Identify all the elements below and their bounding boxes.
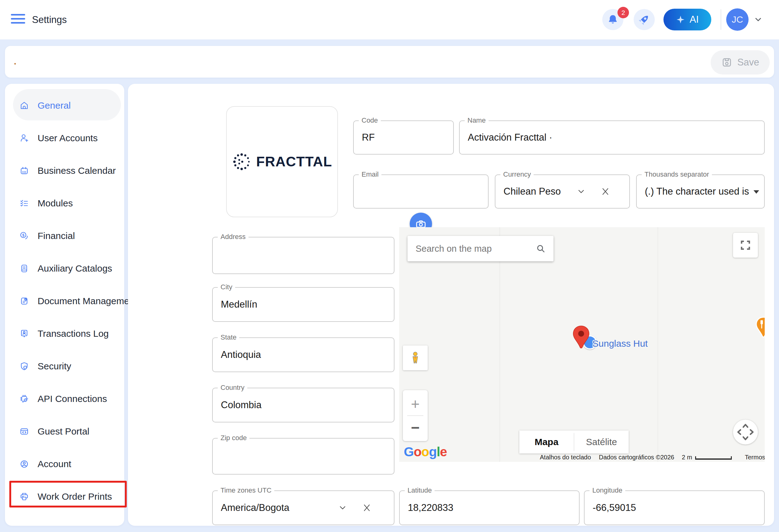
longitude-value: -66,59015 — [593, 502, 636, 513]
ai-button[interactable]: AI — [663, 9, 711, 30]
catalog-icon — [19, 264, 29, 273]
map-marker-label[interactable]: Sunglass Hut — [592, 338, 648, 349]
bell-icon — [607, 14, 619, 25]
clear-icon[interactable] — [601, 186, 610, 197]
ai-button-label: AI — [690, 14, 699, 25]
sidebar-item-business-calendar[interactable]: Business Calendar — [5, 154, 124, 187]
timezone-select[interactable]: Time zones UTC America/Bogota — [212, 490, 395, 525]
sidebar-item-api-connections[interactable]: API Connections — [5, 382, 124, 415]
search-icon[interactable] — [536, 243, 546, 254]
shield-icon — [19, 361, 29, 371]
pan-control[interactable] — [733, 420, 758, 445]
map-type-satellite-button[interactable]: Satélite — [574, 430, 629, 454]
email-label: Email — [359, 171, 381, 179]
calendar-icon — [19, 166, 29, 176]
country-label: Country — [218, 384, 247, 392]
zoom-out-button[interactable]: − — [403, 418, 428, 437]
chevron-down-icon[interactable] — [753, 15, 764, 24]
keyboard-shortcuts-link[interactable]: Atalhos do teclado — [540, 454, 591, 462]
sidebar-item-transactions-log[interactable]: Transactions Log — [5, 317, 124, 350]
google-map[interactable]: Sunglass Hut + − Google Mapa Satélite At… — [399, 227, 765, 462]
address-field[interactable]: Address — [212, 237, 395, 274]
notification-badge: 2 — [617, 7, 629, 18]
sidebar-item-modules[interactable]: Modules — [5, 187, 124, 219]
zip-code-field[interactable]: Zip code — [212, 438, 395, 475]
google-logo[interactable]: Google — [404, 445, 447, 459]
sidebar-item-document-management[interactable]: Document Management — [5, 285, 124, 317]
sidebar-item-guest-portal[interactable]: Guest Portal — [5, 415, 124, 448]
country-field[interactable]: Country Colombia — [212, 388, 395, 422]
coins-icon: $ — [19, 231, 29, 241]
currency-select[interactable]: Currency Chilean Peso — [495, 175, 630, 209]
city-field[interactable]: City Medellín — [212, 287, 395, 322]
sidebar-item-label: Account — [38, 459, 71, 469]
zoom-divider — [407, 415, 423, 416]
zip-code-label: Zip code — [218, 434, 249, 442]
longitude-field[interactable]: Longitude -66,59015 — [584, 490, 765, 525]
top-bar: Settings 2 AI JC — [0, 0, 779, 40]
home-icon — [19, 101, 29, 111]
company-logo-text: FRACTTAL — [256, 154, 332, 170]
name-label: Name — [465, 116, 489, 125]
city-value: Medellín — [221, 299, 257, 310]
map-search-input[interactable] — [415, 243, 536, 254]
state-field[interactable]: State Antioquia — [212, 337, 395, 372]
save-button[interactable]: Save — [711, 50, 770, 74]
sidebar-item-account[interactable]: Account — [5, 448, 124, 480]
chevron-down-icon[interactable] — [577, 187, 586, 196]
pegman-control[interactable] — [403, 345, 428, 370]
map-type-control: Mapa Satélite — [519, 430, 629, 454]
map-type-map-button[interactable]: Mapa — [519, 430, 574, 454]
restaurant-poi-icon[interactable] — [755, 317, 765, 338]
launcher-button[interactable] — [634, 9, 655, 30]
save-toolbar: Save — [5, 46, 774, 78]
map-search-box[interactable] — [408, 236, 553, 261]
sidebar-item-label: Financial — [38, 230, 75, 241]
google-letter: G — [404, 445, 414, 459]
map-scale-label: 2 m — [682, 454, 692, 462]
google-letter: o — [414, 445, 421, 459]
sidebar-item-user-accounts[interactable]: User Accounts — [5, 122, 124, 154]
name-value: Activación Fracttal · — [468, 132, 552, 143]
sidebar-item-label: API Connections — [38, 394, 107, 404]
sidebar-item-auxiliary-catalogs[interactable]: Auxiliary Catalogs — [5, 252, 124, 285]
google-letter: o — [421, 445, 429, 459]
settings-page: { "header": { "title": "Settings", "noti… — [0, 0, 779, 532]
latitude-field[interactable]: Latitude 18,220833 — [399, 490, 580, 525]
sidebar-item-general[interactable]: General — [5, 89, 124, 122]
thousands-separator-select[interactable]: Thousands separator (.) The character us… — [636, 175, 765, 209]
country-value: Colombia — [221, 399, 261, 411]
state-value: Antioquia — [221, 349, 261, 360]
chevron-down-icon[interactable] — [338, 503, 347, 513]
name-field[interactable]: Name Activación Fracttal · — [459, 120, 765, 154]
sidebar-item-financial[interactable]: $ Financial — [5, 219, 124, 252]
currency-label: Currency — [500, 171, 534, 179]
map-gridline — [499, 227, 500, 462]
google-letter: g — [429, 445, 437, 459]
zoom-in-button[interactable]: + — [403, 395, 428, 413]
fullscreen-button[interactable] — [733, 233, 758, 258]
email-field[interactable]: Email — [353, 175, 489, 209]
longitude-label: Longitude — [590, 486, 625, 494]
menu-icon[interactable] — [11, 14, 25, 25]
page-title: Settings — [32, 0, 67, 40]
timezone-value: America/Bogota — [221, 502, 290, 513]
google-letter: l — [437, 445, 440, 459]
code-field[interactable]: Code RF — [353, 120, 454, 154]
rocket-icon — [636, 11, 653, 28]
browser-code-icon — [19, 426, 29, 437]
clear-icon[interactable] — [362, 502, 371, 513]
map-marker-icon[interactable] — [572, 325, 591, 351]
company-logo-box[interactable]: FRACTTAL — [226, 106, 338, 217]
fracttal-mark-icon — [232, 152, 251, 171]
sidebar-item-label: Auxiliary Catalogs — [38, 263, 112, 274]
dropdown-arrow-icon[interactable] — [754, 190, 759, 194]
avatar[interactable]: JC — [726, 8, 748, 31]
highlight-box-work-order-prints — [9, 481, 127, 508]
checklist-icon — [19, 198, 29, 208]
badge-user-icon — [19, 329, 29, 339]
user-plus-icon — [19, 133, 29, 143]
general-settings-panel: FRACTTAL Code RF Name Activación Fractta… — [128, 84, 774, 526]
sidebar-item-security[interactable]: Security — [5, 350, 124, 382]
terms-link[interactable]: Termos — [745, 454, 765, 462]
